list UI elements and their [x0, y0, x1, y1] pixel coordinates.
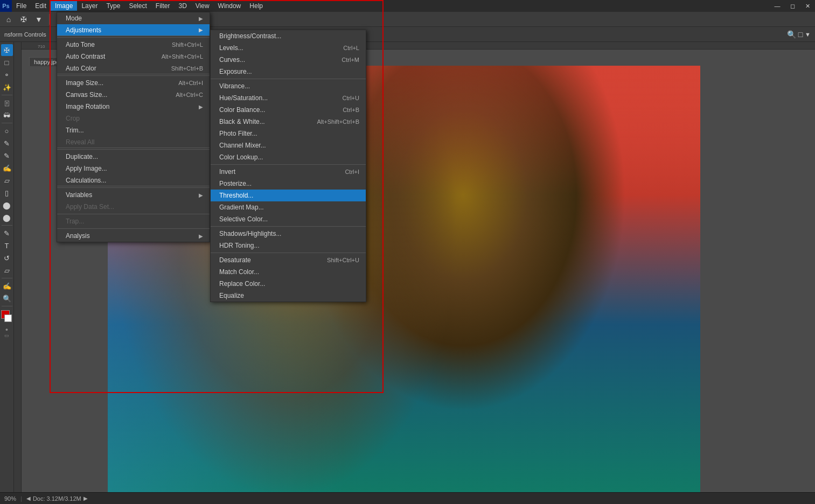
menu-crop-item[interactable]: Crop [57, 113, 210, 124]
adj-desaturate-shortcut: Shift+Ctrl+U [327, 257, 359, 263]
adj-threshold[interactable]: Threshold... [211, 190, 366, 201]
adj-photo-filter-label: Photo Filter... [219, 130, 359, 137]
menu-select[interactable]: Select [124, 1, 151, 11]
menu-trim-item[interactable]: Trim... [57, 124, 210, 136]
adj-match-color[interactable]: Match Color... [211, 266, 366, 278]
menu-image-size-shortcut: Alt+Ctrl+I [178, 80, 203, 86]
doc-info: Doc: 3.12M/3.12M [33, 495, 81, 502]
adj-selective-color[interactable]: Selective Color... [211, 213, 366, 225]
arrow-left[interactable]: ◀ [26, 495, 31, 501]
menu-type[interactable]: Type [102, 1, 124, 11]
menu-file[interactable]: File [12, 1, 31, 11]
menu-apply-image-item[interactable]: Apply Image... [57, 163, 210, 174]
menu-window[interactable]: Window [214, 1, 246, 11]
move-tool[interactable]: ✠ [1, 44, 13, 56]
adj-equalize[interactable]: Equalize [211, 290, 366, 302]
workspace-dropdown[interactable]: ▼ [805, 31, 811, 38]
menu-help[interactable]: Help [245, 1, 267, 11]
shape-tool[interactable]: ▱ [1, 264, 13, 276]
magic-wand-tool[interactable]: ✨ [1, 81, 13, 93]
menu-reveal-all-item[interactable]: Reveal All [57, 136, 210, 148]
adj-brightness-contrast[interactable]: Brightness/Contrast... [211, 30, 366, 42]
menu-view[interactable]: View [191, 1, 214, 11]
clone-tool[interactable]: ✎ [1, 150, 13, 162]
adj-photo-filter[interactable]: Photo Filter... [211, 128, 366, 139]
menu-auto-tone-item[interactable]: Auto Tone Shift+Ctrl+L [57, 39, 210, 51]
adj-shadows-highlights[interactable]: Shadows/Highlights... [211, 228, 366, 240]
menu-image[interactable]: Image [51, 1, 77, 11]
menu-image-rotation-item[interactable]: Image Rotation ▶ [57, 101, 210, 113]
screen-mode[interactable]: ▭ [4, 333, 9, 338]
menu-auto-contrast-shortcut: Alt+Shift+Ctrl+L [162, 53, 203, 60]
restore-button[interactable]: ◻ [785, 0, 800, 12]
minimize-button[interactable]: — [770, 0, 785, 12]
eraser-tool[interactable]: ▱ [1, 174, 13, 186]
menu-canvas-size-item[interactable]: Canvas Size... Alt+Ctrl+C [57, 89, 210, 101]
menu-sep-3 [57, 149, 210, 150]
menu-auto-color-item[interactable]: Auto Color Shift+Ctrl+B [57, 62, 210, 74]
type-tool[interactable]: T [1, 240, 13, 251]
menu-edit[interactable]: Edit [31, 1, 51, 11]
background-color[interactable] [4, 314, 12, 322]
adj-brightness-contrast-label: Brightness/Contrast... [219, 32, 359, 40]
adj-hue-saturation[interactable]: Hue/Saturation... Ctrl+U [211, 92, 366, 104]
adj-invert[interactable]: Invert Ctrl+I [211, 166, 366, 178]
workspace-button[interactable]: □ [798, 30, 803, 39]
adj-channel-mixer[interactable]: Channel Mixer... [211, 139, 366, 151]
zoom-tool[interactable]: 🔍 [1, 292, 13, 304]
blur-tool[interactable]: ⬤ [1, 199, 13, 211]
menu-filter[interactable]: Filter [151, 1, 175, 11]
menu-mode-item[interactable]: Mode ▶ [57, 12, 210, 24]
adj-color-balance[interactable]: Color Balance... Ctrl+B [211, 104, 366, 116]
adj-hdr-toning[interactable]: HDR Toning... [211, 240, 366, 251]
pen-tool[interactable]: ✎ [1, 227, 13, 239]
adj-curves[interactable]: Curves... Ctrl+M [211, 54, 366, 66]
adj-black-white[interactable]: Black & White... Alt+Shift+Ctrl+B [211, 116, 366, 128]
adj-color-lookup[interactable]: Color Lookup... [211, 151, 366, 163]
tool-separator-3 [2, 225, 12, 226]
close-button[interactable]: ✕ [800, 0, 815, 12]
adj-desaturate[interactable]: Desaturate Shift+Ctrl+U [211, 254, 366, 266]
adj-exposure[interactable]: Exposure... [211, 66, 366, 78]
menu-variables-item[interactable]: Variables ▶ [57, 189, 210, 201]
dodge-tool[interactable]: ⬤ [1, 212, 13, 223]
menu-adjustments-item[interactable]: Adjustments ▶ [57, 24, 210, 36]
adj-hue-sat-label: Hue/Saturation... [219, 94, 332, 102]
selection-tool[interactable]: □ [1, 57, 13, 68]
spot-heal-tool[interactable]: ○ [1, 125, 13, 137]
move-tool-button[interactable]: ✠ [17, 13, 30, 26]
lasso-tool[interactable]: ⚬ [1, 69, 13, 81]
brush-tool[interactable]: ✎ [1, 137, 13, 149]
menu-analysis-item[interactable]: Analysis ▶ [57, 230, 210, 242]
search-button[interactable]: 🔍 [787, 30, 796, 39]
menu-auto-contrast-item[interactable]: Auto Contrast Alt+Shift+Ctrl+L [57, 51, 210, 62]
menu-image-size-item[interactable]: Image Size... Alt+Ctrl+I [57, 77, 210, 89]
adj-hdr-toning-label: HDR Toning... [219, 242, 359, 249]
home-button[interactable]: ⌂ [2, 13, 15, 26]
menu-duplicate-item[interactable]: Duplicate... [57, 151, 210, 163]
history-brush-tool[interactable]: ✍ [1, 162, 13, 174]
tool-preset-button[interactable]: ▼ [32, 13, 45, 26]
adj-curves-shortcut: Ctrl+M [342, 57, 359, 63]
menu-trap-item[interactable]: Trap... [57, 215, 210, 227]
menu-layer[interactable]: Layer [77, 1, 102, 11]
path-select-tool[interactable]: ↺ [1, 252, 13, 264]
menu-3d[interactable]: 3D [174, 1, 191, 11]
menu-apply-data-set-item[interactable]: Apply Data Set... [57, 201, 210, 213]
tool-separator-2 [2, 123, 12, 123]
menu-sep-2 [57, 75, 210, 76]
arrow-right[interactable]: ▶ [83, 495, 88, 501]
adj-replace-color[interactable]: Replace Color... [211, 278, 366, 290]
gradient-tool[interactable]: ▯ [1, 187, 13, 199]
adj-sep-4 [211, 253, 366, 253]
adj-hue-sat-shortcut: Ctrl+U [343, 95, 359, 101]
adj-gradient-map[interactable]: Gradient Map... [211, 201, 366, 213]
quick-mask-mode[interactable]: ● [5, 327, 8, 332]
menu-calculations-item[interactable]: Calculations... [57, 174, 210, 186]
eyedropper-tool[interactable]: 🕶 [1, 109, 13, 121]
crop-tool[interactable]: ⍐ [1, 97, 13, 109]
adj-vibrance[interactable]: Vibrance... [211, 80, 366, 92]
adj-levels[interactable]: Levels... Ctrl+L [211, 42, 366, 54]
adj-posterize[interactable]: Posterize... [211, 178, 366, 190]
hand-tool[interactable]: ✍ [1, 280, 13, 292]
